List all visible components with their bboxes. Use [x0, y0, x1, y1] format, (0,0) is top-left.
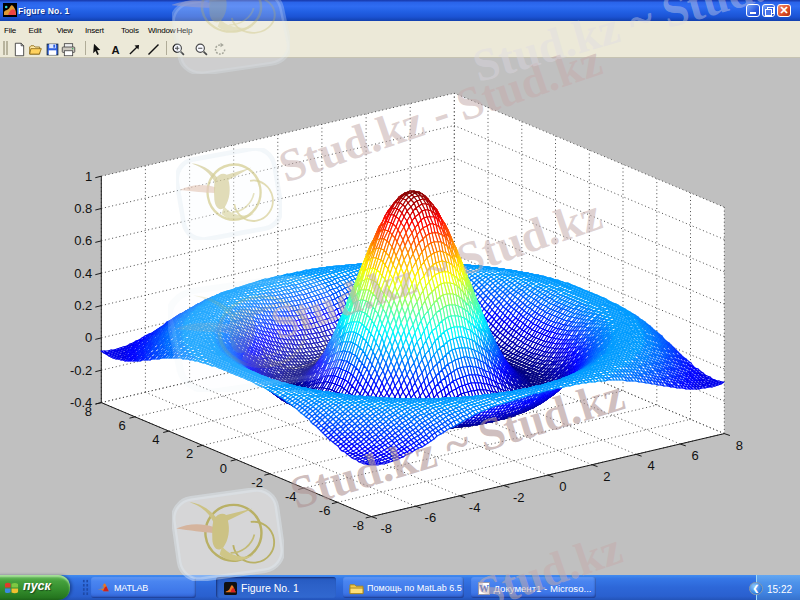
svg-text:-4: -4	[285, 489, 297, 504]
svg-text:2: 2	[186, 446, 193, 461]
svg-text:4: 4	[647, 458, 654, 473]
svg-text:4: 4	[152, 432, 159, 447]
svg-text:0: 0	[85, 330, 92, 345]
svg-text:1: 1	[85, 169, 92, 184]
svg-text:6: 6	[118, 418, 125, 433]
svg-text:0: 0	[559, 479, 566, 494]
svg-text:-8: -8	[353, 518, 365, 533]
svg-text:-8: -8	[381, 521, 393, 536]
svg-text:6: 6	[692, 448, 699, 463]
svg-text:8: 8	[736, 438, 743, 453]
svg-text:0: 0	[220, 461, 227, 476]
svg-text:-6: -6	[319, 503, 331, 518]
svg-text:-4: -4	[469, 500, 481, 515]
svg-text:0.6: 0.6	[74, 233, 92, 248]
svg-text:8: 8	[85, 404, 92, 419]
svg-text:0.4: 0.4	[74, 266, 92, 281]
svg-text:-6: -6	[425, 510, 437, 525]
svg-text:-2: -2	[513, 490, 525, 505]
svg-text:-2: -2	[251, 475, 263, 490]
svg-text:2: 2	[603, 469, 610, 484]
svg-text:W: W	[479, 583, 489, 594]
svg-text:0.2: 0.2	[74, 298, 92, 313]
svg-text:A: A	[111, 44, 119, 56]
svg-text:0.8: 0.8	[74, 201, 92, 216]
svg-text:-0.2: -0.2	[70, 363, 92, 378]
